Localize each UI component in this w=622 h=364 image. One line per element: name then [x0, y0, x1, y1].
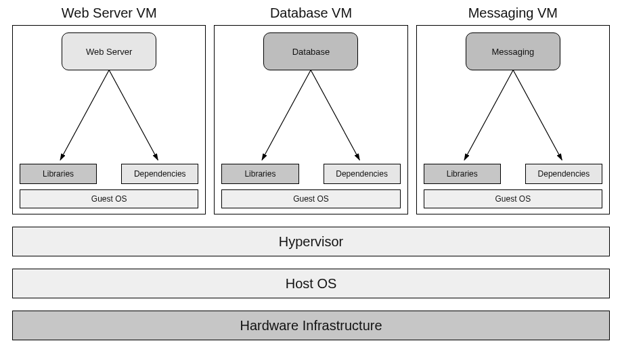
dependencies-box: Dependencies — [121, 164, 198, 184]
app-box-webserver: Web Server — [62, 32, 156, 70]
dep-row: Libraries Dependencies — [221, 164, 400, 184]
svg-line-3 — [311, 70, 359, 160]
guest-os-box: Guest OS — [20, 189, 198, 208]
libraries-box: Libraries — [221, 164, 298, 184]
vm-box: Messaging Libraries Dependencies Guest O… — [416, 25, 610, 214]
svg-line-4 — [464, 70, 513, 160]
hardware-layer: Hardware Infrastructure — [12, 311, 610, 340]
vm-col-database: Database VM Database Libraries Dependenc… — [214, 5, 407, 214]
svg-line-0 — [60, 70, 109, 160]
dep-row: Libraries Dependencies — [424, 164, 602, 184]
guest-os-box: Guest OS — [424, 189, 602, 208]
guest-os-box: Guest OS — [221, 189, 400, 208]
svg-line-1 — [109, 70, 158, 160]
app-box-database: Database — [263, 32, 358, 70]
svg-line-5 — [513, 70, 562, 160]
vm-box: Database Libraries Dependencies Guest OS — [214, 25, 407, 214]
dep-row: Libraries Dependencies — [20, 164, 198, 184]
vm-title: Messaging VM — [468, 5, 558, 21]
vm-row: Web Server VM Web Server Libraries Depen… — [12, 5, 610, 214]
vm-title: Web Server VM — [62, 5, 157, 21]
dependencies-box: Dependencies — [324, 164, 401, 184]
libraries-box: Libraries — [424, 164, 501, 184]
svg-line-2 — [262, 70, 311, 160]
app-box-messaging: Messaging — [466, 32, 560, 70]
libraries-box: Libraries — [20, 164, 97, 184]
hypervisor-layer: Hypervisor — [12, 227, 610, 256]
vm-title: Database VM — [270, 5, 352, 21]
dependencies-box: Dependencies — [525, 164, 602, 184]
vm-box: Web Server Libraries Dependencies Guest … — [12, 25, 206, 214]
vm-col-webserver: Web Server VM Web Server Libraries Depen… — [12, 5, 206, 214]
vm-col-messaging: Messaging VM Messaging Libraries Depende… — [416, 5, 610, 214]
host-os-layer: Host OS — [12, 269, 610, 298]
